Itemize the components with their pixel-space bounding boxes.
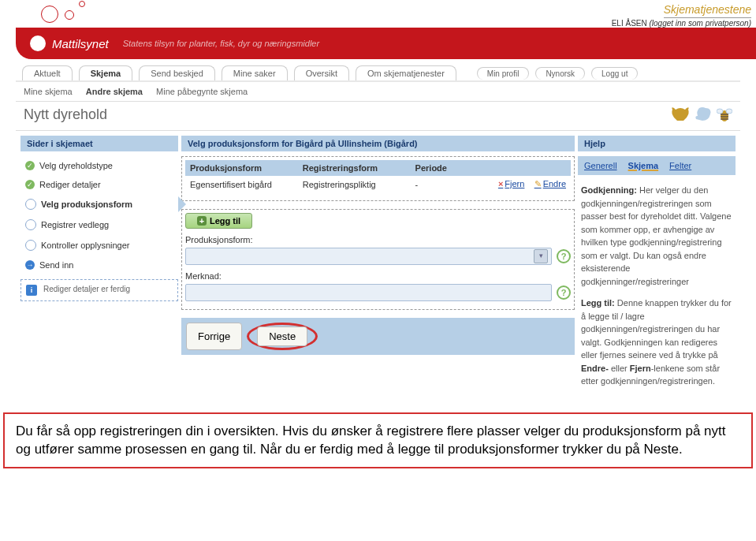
logo-icon: [30, 35, 46, 51]
merknad-input[interactable]: [185, 284, 552, 301]
step-kontroller[interactable]: Kontroller opplysninger: [20, 235, 178, 256]
user-info: ELI ÅSEN (logget inn som privatperson): [612, 19, 751, 28]
ring-icon: [25, 240, 36, 251]
next-button[interactable]: Neste: [257, 326, 307, 346]
page-title-bar: Nytt dyrehold: [16, 101, 740, 131]
tagline: Statens tilsyn for planter, fisk, dyr og…: [123, 39, 319, 48]
step-rediger-detaljer[interactable]: ✓Rediger detaljer: [20, 175, 178, 194]
row-actions: ×Fjern ✎Endre: [471, 179, 566, 189]
plus-icon: +: [197, 216, 207, 226]
produksjonsform-select[interactable]: ▾: [185, 248, 552, 265]
produksjonsform-label: Produksjonsform:: [185, 235, 571, 244]
chevron-down-icon: ▾: [534, 249, 548, 263]
sub-tabs: Mine skjema Andre skjema Mine påbegynte …: [16, 82, 740, 101]
highlight-circle: Neste: [247, 323, 318, 350]
cell-produksjonsform: Egensertifisert bigård: [190, 180, 303, 189]
subtab-andre-skjema[interactable]: Andre skjema: [86, 87, 143, 96]
cow-icon: [669, 105, 691, 124]
main-content: Velg produksjonsform for Bigård på Ullin…: [181, 136, 575, 397]
cell-registreringsform: Registreringspliktig: [303, 180, 415, 189]
production-table-panel: Produksjonsform Registreringsform Period…: [181, 156, 575, 201]
step-registrer-vedlegg[interactable]: Registrer vedlegg: [20, 215, 178, 235]
logo-text: Mattilsynet: [52, 37, 109, 50]
help-icon[interactable]: ?: [557, 285, 571, 300]
tab-send-beskjed[interactable]: Send beskjed: [139, 65, 215, 80]
pill-nynorsk[interactable]: Nynorsk: [535, 67, 585, 80]
tab-mine-saker[interactable]: Mine saker: [222, 65, 288, 80]
step-dyreholdstype[interactable]: ✓Velg dyreholdstype: [20, 156, 178, 175]
add-button[interactable]: +Legg til: [185, 213, 252, 229]
main-title: Velg produksjonsform for Bigård på Ullin…: [181, 136, 575, 151]
edit-link[interactable]: ✎Endre: [534, 179, 566, 188]
sidebar: Sider i skjemaet ✓Velg dyreholdstype ✓Re…: [20, 136, 178, 397]
x-icon: ×: [498, 179, 503, 188]
add-form-panel: +Legg til Produksjonsform: ▾ ? Merknad: …: [181, 209, 575, 310]
subtab-pabegynte[interactable]: Mine påbegynte skjema: [156, 87, 248, 96]
step-send-inn[interactable]: →Send inn: [20, 256, 178, 274]
tab-om[interactable]: Om skjematjenester: [356, 65, 456, 80]
header: Mattilsynet Statens tilsyn for planter, …: [16, 28, 756, 59]
ring-icon: [25, 199, 36, 210]
merknad-label: Merknad:: [185, 271, 571, 281]
ring-icon: [25, 219, 36, 230]
info-box: i Rediger detaljer er ferdig: [20, 279, 178, 301]
top-bar: Skjematjenestene ELI ÅSEN (logget inn so…: [0, 0, 756, 28]
step-list: ✓Velg dyreholdstype ✓Rediger detaljer Ve…: [20, 156, 178, 274]
tab-aktuelt[interactable]: Aktuelt: [22, 65, 73, 80]
subtab-mine-skjema[interactable]: Mine skjema: [24, 87, 73, 96]
check-icon: ✓: [25, 180, 35, 189]
pencil-icon: ✎: [534, 179, 542, 188]
pill-logg-ut[interactable]: Logg ut: [591, 67, 638, 80]
help-link-skjema[interactable]: Skjema: [628, 161, 659, 170]
tab-oversikt[interactable]: Oversikt: [294, 65, 349, 80]
sidebar-title: Sider i skjemaet: [20, 136, 178, 151]
instruction-note: Du får så opp registreringen din i overs…: [3, 412, 753, 469]
remove-link[interactable]: ×Fjern: [498, 179, 525, 188]
help-tabs: Generell Skjema Felter: [578, 156, 736, 175]
info-text: Rediger detaljer er ferdig: [43, 285, 130, 293]
table-row: Egensertifisert bigård Registreringsplik…: [185, 176, 571, 192]
cell-periode: -: [415, 180, 471, 189]
help-title: Hjelp: [578, 136, 736, 151]
chicken-icon: [693, 105, 715, 124]
help-link-generell[interactable]: Generell: [584, 161, 617, 170]
table-header: Produksjonsform Registreringsform Period…: [185, 160, 571, 176]
svg-point-1: [717, 109, 723, 114]
step-produksjonsform[interactable]: Velg produksjonsform: [20, 194, 178, 215]
help-panel: Hjelp Generell Skjema Felter Godkjenning…: [578, 136, 736, 397]
tab-skjema[interactable]: Skjema: [79, 65, 133, 80]
bee-icon: [717, 105, 732, 124]
col-periode: Periode: [415, 163, 471, 173]
help-icon[interactable]: ?: [557, 249, 571, 263]
page-title: Nytt dyrehold: [24, 106, 107, 123]
arrow-icon: →: [25, 260, 35, 270]
brand-title: Skjematjenestene: [664, 3, 751, 18]
col-registreringsform: Registreringsform: [303, 163, 415, 173]
pill-min-profil[interactable]: Min profil: [477, 67, 530, 80]
main-tabs: Aktuelt Skjema Send beskjed Mine saker O…: [16, 59, 740, 82]
logo: Mattilsynet: [30, 35, 109, 51]
nav-buttons: Forrige Neste: [181, 318, 575, 355]
help-text: Godkjenning: Her velger du den godkjenni…: [578, 184, 736, 388]
svg-point-2: [726, 109, 732, 114]
col-produksjonsform: Produksjonsform: [190, 163, 303, 173]
help-link-felter[interactable]: Felter: [669, 161, 691, 170]
info-icon: i: [26, 285, 37, 296]
category-icons: [669, 105, 732, 124]
prev-button[interactable]: Forrige: [186, 323, 242, 350]
check-icon: ✓: [25, 161, 35, 170]
